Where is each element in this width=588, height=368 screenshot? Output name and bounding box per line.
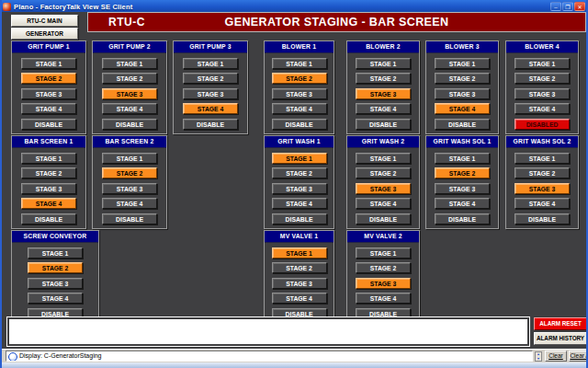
stage-button-stage-1[interactable]: STAGE 1	[356, 58, 411, 69]
panel-bar-screen-2: BAR SCREEN 2STAGE 1STAGE 2STAGE 3STAGE 4…	[92, 135, 167, 229]
stage-button-disable[interactable]: DISABLE	[21, 119, 76, 130]
stage-button-disable[interactable]: DISABLE	[514, 213, 570, 224]
stage-button-stage-1[interactable]: STAGE 1	[435, 153, 490, 164]
stage-button-stage-4[interactable]: STAGE 4	[514, 198, 570, 209]
stage-button-stage-4[interactable]: STAGE 4	[356, 198, 411, 209]
stage-button-disable[interactable]: DISABLE	[356, 213, 411, 224]
stage-button-disable[interactable]: DISABLE	[183, 119, 238, 130]
stage-button-stage-1[interactable]: STAGE 1	[514, 153, 570, 164]
stage-button-stage-3[interactable]: STAGE 3	[183, 88, 238, 99]
alarm-reset-button[interactable]: ALARM RESET	[534, 317, 587, 330]
stage-button-stage-3[interactable]: STAGE 3	[28, 278, 83, 289]
stage-button-disable[interactable]: DISABLE	[102, 119, 157, 130]
panel-title: BAR SCREEN 1	[12, 136, 85, 148]
stage-button-disable[interactable]: DISABLE	[21, 213, 76, 224]
stage-button-stage-1[interactable]: STAGE 1	[435, 58, 490, 69]
generator-button[interactable]: GENERATOR	[11, 28, 78, 40]
stage-button-stage-3[interactable]: STAGE 3	[21, 88, 76, 99]
diagnostics-message: Display: C-GeneratorStaging	[19, 352, 102, 359]
stage-button-stage-4[interactable]: STAGE 4	[272, 198, 327, 209]
stage-button-stage-2[interactable]: STAGE 2	[21, 167, 76, 178]
stage-button-stage-2[interactable]: STAGE 2	[435, 167, 490, 178]
stage-button-stage-4[interactable]: STAGE 4	[102, 103, 157, 114]
stage-button-disable[interactable]: DISABLE	[356, 119, 411, 130]
stage-button-stage-4[interactable]: STAGE 4	[183, 103, 238, 114]
stage-button-stage-1[interactable]: STAGE 1	[356, 153, 411, 164]
stage-button-stage-4[interactable]: STAGE 4	[102, 198, 157, 209]
stage-button-stage-3[interactable]: STAGE 3	[102, 183, 157, 194]
stage-button-stage-3[interactable]: STAGE 3	[356, 183, 411, 194]
stage-button-stage-2[interactable]: STAGE 2	[435, 73, 490, 84]
stage-button-stage-2[interactable]: STAGE 2	[102, 167, 157, 178]
stage-button-stage-3[interactable]: STAGE 3	[514, 88, 570, 99]
stage-button-stage-1[interactable]: STAGE 1	[28, 247, 83, 259]
clear-button[interactable]: Clear	[545, 351, 567, 362]
stage-button-stage-2[interactable]: STAGE 2	[28, 262, 83, 273]
panel-title: GRIT WASH 2	[347, 136, 419, 148]
stage-button-stage-3[interactable]: STAGE 3	[272, 88, 327, 99]
stage-button-stage-2[interactable]: STAGE 2	[272, 73, 327, 84]
panel-mv-valve-1: MV VALVE 1STAGE 1STAGE 2STAGE 3STAGE 4DI…	[264, 230, 334, 324]
stage-button-stage-1[interactable]: STAGE 1	[21, 153, 76, 164]
stage-button-stage-1[interactable]: STAGE 1	[272, 247, 327, 259]
stage-button-stage-2[interactable]: STAGE 2	[272, 167, 327, 178]
stage-button-stage-1[interactable]: STAGE 1	[183, 58, 238, 69]
stage-button-disable[interactable]: DISABLE	[272, 119, 327, 130]
stage-button-stage-1[interactable]: STAGE 1	[272, 153, 327, 164]
stage-button-disabled[interactable]: DISABLED	[514, 119, 570, 130]
stage-button-stage-4[interactable]: STAGE 4	[21, 103, 76, 114]
stage-button-stage-2[interactable]: STAGE 2	[356, 167, 411, 178]
stage-button-disable[interactable]: DISABLE	[272, 213, 327, 224]
stage-button-stage-4[interactable]: STAGE 4	[272, 293, 327, 304]
stage-button-stage-4[interactable]: STAGE 4	[356, 103, 411, 114]
alarm-history-button[interactable]: ALARM HISTORY	[534, 332, 587, 345]
stage-button-stage-3[interactable]: STAGE 3	[356, 88, 411, 99]
rtu-c-main-button[interactable]: RTU-C MAIN	[11, 15, 78, 27]
stage-button-stage-4[interactable]: STAGE 4	[435, 198, 490, 209]
clear-all-button[interactable]: Clear All	[569, 351, 588, 362]
stage-button-stage-3[interactable]: STAGE 3	[514, 183, 570, 194]
panel-title: SCREW CONVEYOR	[12, 231, 98, 243]
close-button[interactable]: ✕	[574, 2, 585, 11]
stage-button-stage-2[interactable]: STAGE 2	[514, 73, 570, 84]
panel-title: GRIT WASH SOL 2	[506, 136, 578, 148]
stage-button-disable[interactable]: DISABLE	[435, 119, 490, 130]
stage-button-stage-3[interactable]: STAGE 3	[435, 183, 490, 194]
stage-button-stage-2[interactable]: STAGE 2	[102, 73, 157, 84]
stage-button-stage-3[interactable]: STAGE 3	[272, 278, 327, 289]
stage-button-stage-2[interactable]: STAGE 2	[356, 262, 411, 273]
stage-button-stage-4[interactable]: STAGE 4	[21, 198, 76, 209]
stage-button-stage-3[interactable]: STAGE 3	[272, 183, 327, 194]
stage-button-stage-3[interactable]: STAGE 3	[356, 278, 411, 289]
stage-button-stage-4[interactable]: STAGE 4	[272, 103, 327, 114]
stage-button-stage-1[interactable]: STAGE 1	[102, 58, 157, 69]
stage-button-stage-2[interactable]: STAGE 2	[272, 262, 327, 273]
stage-button-stage-1[interactable]: STAGE 1	[272, 58, 327, 69]
maximize-button[interactable]: ❐	[562, 2, 573, 11]
window-title: Plano - FactoryTalk View SE Client	[14, 3, 550, 11]
stage-button-disable[interactable]: DISABLE	[435, 213, 490, 224]
panel-title: MV VALVE 2	[347, 231, 419, 243]
diagnostics-scroll-spinner[interactable]: ▲▼	[535, 351, 542, 362]
stage-button-stage-1[interactable]: STAGE 1	[102, 153, 157, 164]
stage-button-stage-3[interactable]: STAGE 3	[102, 88, 157, 99]
stage-button-stage-3[interactable]: STAGE 3	[435, 88, 490, 99]
stage-button-stage-2[interactable]: STAGE 2	[21, 73, 76, 84]
window-titlebar[interactable]: Plano - FactoryTalk View SE Client – ❐ ✕	[0, 0, 588, 13]
stage-button-stage-2[interactable]: STAGE 2	[183, 73, 238, 84]
stage-button-stage-4[interactable]: STAGE 4	[356, 293, 411, 304]
stage-button-stage-1[interactable]: STAGE 1	[514, 58, 570, 69]
diagnostics-list[interactable]: Display: C-GeneratorStaging	[6, 351, 533, 362]
stage-button-stage-4[interactable]: STAGE 4	[435, 103, 490, 114]
stage-button-stage-2[interactable]: STAGE 2	[356, 73, 411, 84]
panel-grit-wash-sol-1: GRIT WASH SOL 1STAGE 1STAGE 2STAGE 3STAG…	[425, 135, 499, 229]
stage-button-disable[interactable]: DISABLE	[102, 213, 157, 224]
stage-button-stage-2[interactable]: STAGE 2	[514, 167, 570, 178]
stage-button-stage-4[interactable]: STAGE 4	[514, 103, 570, 114]
panel-title: BLOWER 3	[426, 41, 498, 53]
stage-button-stage-1[interactable]: STAGE 1	[21, 58, 76, 69]
minimize-button[interactable]: –	[550, 2, 561, 11]
stage-button-stage-4[interactable]: STAGE 4	[28, 293, 83, 304]
stage-button-stage-3[interactable]: STAGE 3	[21, 183, 76, 194]
stage-button-stage-1[interactable]: STAGE 1	[356, 247, 411, 259]
